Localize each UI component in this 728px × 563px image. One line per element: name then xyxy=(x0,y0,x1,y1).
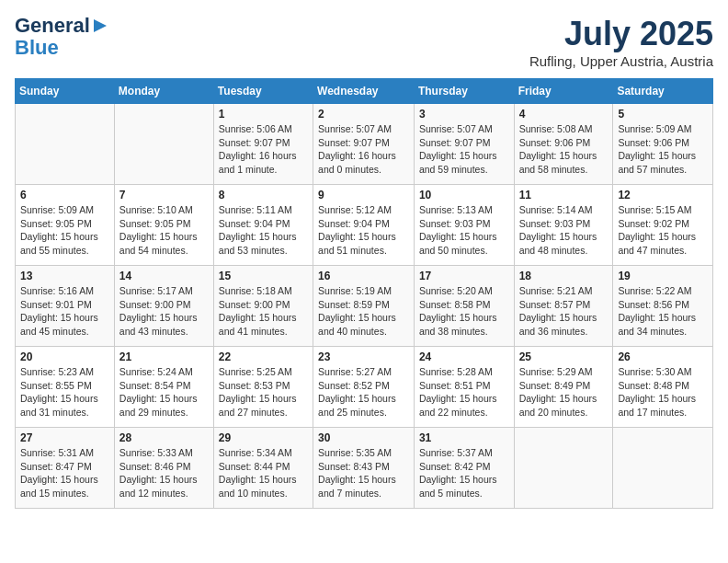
weekday-header-wednesday: Wednesday xyxy=(313,79,415,104)
calendar-cell: 28Sunrise: 5:33 AMSunset: 8:46 PMDayligh… xyxy=(114,428,213,509)
title-block: July 2025 Rufling, Upper Austria, Austri… xyxy=(529,15,713,69)
day-info: Sunrise: 5:33 AMSunset: 8:46 PMDaylight:… xyxy=(119,446,209,500)
day-info: Sunrise: 5:23 AMSunset: 8:55 PMDaylight:… xyxy=(20,365,109,419)
day-number: 12 xyxy=(618,189,708,201)
weekday-header-sunday: Sunday xyxy=(16,79,115,104)
day-number: 3 xyxy=(419,108,509,121)
day-info: Sunrise: 5:12 AMSunset: 9:04 PMDaylight:… xyxy=(318,203,409,258)
calendar-cell: 30Sunrise: 5:35 AMSunset: 8:43 PMDayligh… xyxy=(313,428,415,509)
day-info: Sunrise: 5:15 AMSunset: 9:02 PMDaylight:… xyxy=(618,203,708,258)
calendar-cell: 4Sunrise: 5:08 AMSunset: 9:06 PMDaylight… xyxy=(514,104,613,185)
calendar-cell: 8Sunrise: 5:11 AMSunset: 9:04 PMDaylight… xyxy=(213,185,313,266)
day-number: 8 xyxy=(219,189,308,201)
day-number: 16 xyxy=(318,270,409,282)
logo-text: General xyxy=(15,15,90,37)
day-number: 19 xyxy=(618,270,708,282)
day-info: Sunrise: 5:18 AMSunset: 9:00 PMDaylight:… xyxy=(219,284,308,339)
day-info: Sunrise: 5:16 AMSunset: 9:01 PMDaylight:… xyxy=(20,284,109,339)
day-number: 28 xyxy=(119,431,209,444)
day-number: 18 xyxy=(519,270,609,282)
day-number: 26 xyxy=(618,350,708,363)
day-info: Sunrise: 5:27 AMSunset: 8:52 PMDaylight:… xyxy=(318,365,409,419)
calendar-cell: 3Sunrise: 5:07 AMSunset: 9:07 PMDaylight… xyxy=(414,104,514,185)
day-number: 24 xyxy=(419,350,509,363)
day-info: Sunrise: 5:14 AMSunset: 9:03 PMDaylight:… xyxy=(519,203,609,258)
logo-arrow-icon xyxy=(92,17,108,34)
weekday-header-row: SundayMondayTuesdayWednesdayThursdayFrid… xyxy=(16,79,713,104)
calendar-cell: 26Sunrise: 5:30 AMSunset: 8:48 PMDayligh… xyxy=(613,347,713,428)
day-number: 7 xyxy=(119,189,209,201)
logo: General Blue xyxy=(15,15,108,59)
calendar-cell xyxy=(16,104,115,185)
calendar-cell: 11Sunrise: 5:14 AMSunset: 9:03 PMDayligh… xyxy=(514,185,613,266)
day-info: Sunrise: 5:07 AMSunset: 9:07 PMDaylight:… xyxy=(318,122,409,177)
day-info: Sunrise: 5:10 AMSunset: 9:05 PMDaylight:… xyxy=(119,203,209,258)
calendar-cell: 18Sunrise: 5:21 AMSunset: 8:57 PMDayligh… xyxy=(514,266,613,347)
calendar-cell: 1Sunrise: 5:06 AMSunset: 9:07 PMDaylight… xyxy=(213,104,313,185)
calendar-cell: 19Sunrise: 5:22 AMSunset: 8:56 PMDayligh… xyxy=(613,266,713,347)
calendar-cell: 22Sunrise: 5:25 AMSunset: 8:53 PMDayligh… xyxy=(213,347,313,428)
calendar-cell: 25Sunrise: 5:29 AMSunset: 8:49 PMDayligh… xyxy=(514,347,613,428)
weekday-header-tuesday: Tuesday xyxy=(213,79,313,104)
calendar-cell: 14Sunrise: 5:17 AMSunset: 9:00 PMDayligh… xyxy=(114,266,213,347)
svg-marker-0 xyxy=(94,19,107,32)
calendar-cell xyxy=(114,104,213,185)
calendar-cell: 9Sunrise: 5:12 AMSunset: 9:04 PMDaylight… xyxy=(313,185,415,266)
day-number: 15 xyxy=(219,270,308,282)
day-info: Sunrise: 5:09 AMSunset: 9:05 PMDaylight:… xyxy=(20,203,109,258)
day-info: Sunrise: 5:08 AMSunset: 9:06 PMDaylight:… xyxy=(519,122,609,177)
day-number: 13 xyxy=(20,270,109,282)
day-info: Sunrise: 5:07 AMSunset: 9:07 PMDaylight:… xyxy=(419,122,509,177)
weekday-header-monday: Monday xyxy=(114,79,213,104)
day-number: 14 xyxy=(119,270,209,282)
day-info: Sunrise: 5:17 AMSunset: 9:00 PMDaylight:… xyxy=(119,284,209,339)
day-number: 31 xyxy=(419,431,509,444)
calendar-cell: 2Sunrise: 5:07 AMSunset: 9:07 PMDaylight… xyxy=(313,104,415,185)
day-number: 11 xyxy=(519,189,609,201)
day-number: 2 xyxy=(318,108,409,121)
weekday-header-friday: Friday xyxy=(514,79,613,104)
day-info: Sunrise: 5:28 AMSunset: 8:51 PMDaylight:… xyxy=(419,365,509,419)
day-number: 30 xyxy=(318,431,409,444)
calendar-week-row: 20Sunrise: 5:23 AMSunset: 8:55 PMDayligh… xyxy=(16,347,713,428)
day-info: Sunrise: 5:21 AMSunset: 8:57 PMDaylight:… xyxy=(519,284,609,339)
calendar-cell: 5Sunrise: 5:09 AMSunset: 9:06 PMDaylight… xyxy=(613,104,713,185)
day-number: 9 xyxy=(318,189,409,201)
day-number: 5 xyxy=(618,108,708,121)
day-number: 22 xyxy=(219,350,308,363)
day-number: 4 xyxy=(519,108,609,121)
day-info: Sunrise: 5:25 AMSunset: 8:53 PMDaylight:… xyxy=(219,365,308,419)
calendar-cell: 16Sunrise: 5:19 AMSunset: 8:59 PMDayligh… xyxy=(313,266,415,347)
weekday-header-saturday: Saturday xyxy=(613,79,713,104)
day-number: 29 xyxy=(219,431,308,444)
calendar-cell: 21Sunrise: 5:24 AMSunset: 8:54 PMDayligh… xyxy=(114,347,213,428)
day-number: 25 xyxy=(519,350,609,363)
weekday-header-thursday: Thursday xyxy=(414,79,514,104)
day-info: Sunrise: 5:09 AMSunset: 9:06 PMDaylight:… xyxy=(618,122,708,177)
calendar-cell: 15Sunrise: 5:18 AMSunset: 9:00 PMDayligh… xyxy=(213,266,313,347)
day-number: 20 xyxy=(20,350,109,363)
calendar-cell: 17Sunrise: 5:20 AMSunset: 8:58 PMDayligh… xyxy=(414,266,514,347)
day-info: Sunrise: 5:06 AMSunset: 9:07 PMDaylight:… xyxy=(219,122,308,177)
day-info: Sunrise: 5:13 AMSunset: 9:03 PMDaylight:… xyxy=(419,203,509,258)
calendar-cell: 13Sunrise: 5:16 AMSunset: 9:01 PMDayligh… xyxy=(16,266,115,347)
day-info: Sunrise: 5:37 AMSunset: 8:42 PMDaylight:… xyxy=(419,446,509,500)
calendar-week-row: 1Sunrise: 5:06 AMSunset: 9:07 PMDaylight… xyxy=(16,104,713,185)
day-number: 10 xyxy=(419,189,509,201)
calendar-cell: 27Sunrise: 5:31 AMSunset: 8:47 PMDayligh… xyxy=(16,428,115,509)
calendar-cell: 7Sunrise: 5:10 AMSunset: 9:05 PMDaylight… xyxy=(114,185,213,266)
calendar-cell: 12Sunrise: 5:15 AMSunset: 9:02 PMDayligh… xyxy=(613,185,713,266)
calendar-cell: 6Sunrise: 5:09 AMSunset: 9:05 PMDaylight… xyxy=(16,185,115,266)
calendar-cell: 31Sunrise: 5:37 AMSunset: 8:42 PMDayligh… xyxy=(414,428,514,509)
day-info: Sunrise: 5:24 AMSunset: 8:54 PMDaylight:… xyxy=(119,365,209,419)
day-info: Sunrise: 5:19 AMSunset: 8:59 PMDaylight:… xyxy=(318,284,409,339)
calendar-week-row: 13Sunrise: 5:16 AMSunset: 9:01 PMDayligh… xyxy=(16,266,713,347)
day-number: 6 xyxy=(20,189,109,201)
day-number: 1 xyxy=(219,108,308,121)
day-number: 27 xyxy=(20,431,109,444)
calendar-cell: 20Sunrise: 5:23 AMSunset: 8:55 PMDayligh… xyxy=(16,347,115,428)
day-info: Sunrise: 5:34 AMSunset: 8:44 PMDaylight:… xyxy=(219,446,308,500)
calendar-cell: 29Sunrise: 5:34 AMSunset: 8:44 PMDayligh… xyxy=(213,428,313,509)
day-info: Sunrise: 5:11 AMSunset: 9:04 PMDaylight:… xyxy=(219,203,308,258)
month-title: July 2025 xyxy=(529,15,713,53)
